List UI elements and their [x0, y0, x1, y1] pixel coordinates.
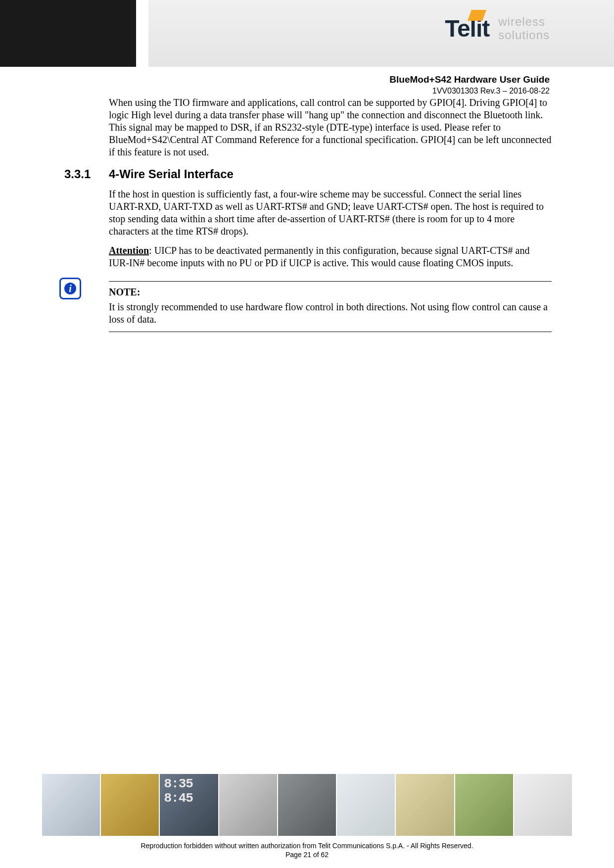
logo-tagline-line2: solutions [498, 29, 550, 42]
footer-tile-5 [278, 774, 337, 836]
header-divider [136, 0, 148, 67]
footer-tile-1 [42, 774, 101, 836]
document-revision: 1VV0301303 Rev.3 – 2016-08-22 [389, 87, 550, 96]
section-title: 4-Wire Serial Interface [109, 167, 234, 181]
paragraph-4wire: If the host in question is sufficiently … [109, 188, 552, 238]
info-icon-inner: i [64, 283, 76, 294]
logo-tagline-line1: wireless [498, 15, 550, 28]
section-heading-row: 3.3.1 4-Wire Serial Interface [109, 167, 552, 181]
attention-body: : UICP has to be deactivated permanently… [109, 245, 529, 268]
footer-tile-7 [396, 774, 455, 836]
header-band: Telit wireless solutions [0, 0, 614, 67]
logo-area: Telit wireless solutions [445, 15, 550, 42]
paragraph-attention: Attention: UICP has to be deactivated pe… [109, 244, 552, 269]
logo-tagline: wireless solutions [498, 15, 550, 42]
footer-copyright: Reproduction forbidden without written a… [0, 841, 614, 850]
paragraph-intro: When using the TIO firmware and applicat… [109, 96, 552, 158]
footer-text: Reproduction forbidden without written a… [0, 841, 614, 859]
footer-timestamps: 8:35 8:45 [164, 777, 192, 805]
attention-label: Attention [109, 245, 149, 256]
document-title: BlueMod+S42 Hardware User Guide [389, 74, 550, 85]
telit-logo: Telit [445, 15, 489, 42]
footer-tile-3: 8:35 8:45 [160, 774, 219, 836]
footer-page-number: Page 21 of 62 [0, 850, 614, 859]
footer-tile-4 [219, 774, 278, 836]
footer-tile-8 [455, 774, 514, 836]
main-content: When using the TIO firmware and applicat… [109, 96, 552, 332]
note-label: NOTE: [109, 287, 552, 298]
footer-tile-9 [514, 774, 572, 836]
footer-tile-2 [101, 774, 160, 836]
note-text: It is strongly recommended to use hardwa… [109, 301, 552, 326]
section-number: 3.3.1 [64, 167, 109, 181]
document-header-meta: BlueMod+S42 Hardware User Guide 1VV03013… [389, 74, 550, 96]
footer-image-band: 8:35 8:45 [42, 774, 572, 836]
info-icon: i [59, 278, 81, 299]
header-dark-block [0, 0, 136, 67]
note-block: i NOTE: It is strongly recommended to us… [109, 281, 552, 332]
footer-tile-6 [337, 774, 396, 836]
